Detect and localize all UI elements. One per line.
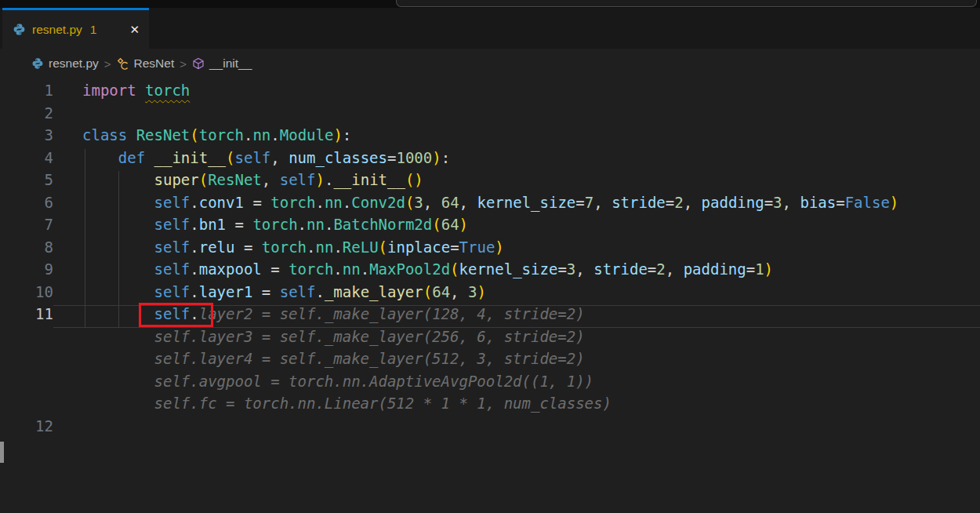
code-row[interactable]: 5 super(ResNet, self).__init__() xyxy=(0,171,980,194)
breadcrumb-method-label: __init__ xyxy=(209,56,252,71)
chevron-right-icon: > xyxy=(180,57,187,71)
breadcrumb-method[interactable]: __init__ xyxy=(192,56,252,71)
code-text: self.fc = torch.nn.Linear(512 * 1 * 1, n… xyxy=(53,395,980,417)
code-text: super(ResNet, self).__init__() xyxy=(53,171,980,194)
code-text xyxy=(53,417,980,440)
tab-problems-badge: 1 xyxy=(90,23,97,37)
code-text: self.avgpool = torch.nn.AdaptiveAvgPool2… xyxy=(53,373,980,395)
code-row[interactable]: 3class ResNet(torch.nn.Module): xyxy=(0,126,980,149)
tab-bar: resnet.py 1 ✕ xyxy=(0,8,980,49)
code-lines: 1import torch23class ResNet(torch.nn.Mod… xyxy=(0,82,980,439)
scrollbar-sliver[interactable] xyxy=(0,442,4,463)
line-number[interactable]: 11 xyxy=(0,305,53,328)
line-number[interactable]: 6 xyxy=(0,194,53,216)
tab-resnet-py[interactable]: resnet.py 1 ✕ xyxy=(2,8,149,49)
code-row[interactable]: 6 self.conv1 = torch.nn.Conv2d(3, 64, ke… xyxy=(0,194,980,216)
breadcrumb-class-label: ResNet xyxy=(134,56,175,71)
breadcrumb-file-label: resnet.py xyxy=(49,56,99,71)
code-text: class ResNet(torch.nn.Module): xyxy=(53,126,980,149)
code-text: self.layer1 = self._make_layer(64, 3) xyxy=(53,283,980,306)
line-number[interactable]: 2 xyxy=(0,104,53,127)
line-number[interactable]: 3 xyxy=(0,126,53,149)
breadcrumb-file[interactable]: resnet.py xyxy=(31,56,99,71)
quick-input-remnant xyxy=(396,0,977,7)
code-text: self.relu = torch.nn.ReLU(inplace=True) xyxy=(53,238,980,261)
code-text: self.layer4 = self._make_layer(512, 3, s… xyxy=(53,350,980,373)
code-row[interactable]: 9 self.maxpool = torch.nn.MaxPool2d(kern… xyxy=(0,260,980,283)
code-text: import torch xyxy=(53,82,980,104)
python-icon xyxy=(31,57,44,70)
code-text: self.bn1 = torch.nn.BatchNorm2d(64) xyxy=(53,216,980,238)
indent-guide xyxy=(85,149,85,328)
code-text: def __init__(self, num_classes=1000): xyxy=(53,149,980,172)
line-number[interactable]: 7 xyxy=(0,216,53,238)
line-number[interactable] xyxy=(0,395,53,417)
chevron-right-icon: > xyxy=(104,57,111,71)
line-number[interactable] xyxy=(0,328,53,351)
line-number[interactable] xyxy=(0,350,53,373)
code-row[interactable]: self.layer4 = self._make_layer(512, 3, s… xyxy=(0,350,980,373)
line-number[interactable]: 8 xyxy=(0,238,53,261)
code-editor[interactable]: 1import torch23class ResNet(torch.nn.Mod… xyxy=(0,78,980,439)
code-text: self.layer2 = self._make_layer(128, 4, s… xyxy=(53,305,980,328)
line-number[interactable]: 10 xyxy=(0,283,53,306)
python-icon xyxy=(13,23,26,36)
line-number[interactable] xyxy=(0,373,53,395)
method-icon xyxy=(192,57,205,70)
line-number[interactable]: 5 xyxy=(0,171,53,194)
code-row[interactable]: 8 self.relu = torch.nn.ReLU(inplace=True… xyxy=(0,238,980,261)
line-number[interactable]: 12 xyxy=(0,417,53,440)
code-row[interactable]: 12 xyxy=(0,417,980,440)
code-row[interactable]: 1import torch xyxy=(0,82,980,104)
code-row[interactable]: self.avgpool = torch.nn.AdaptiveAvgPool2… xyxy=(0,373,980,395)
close-icon[interactable]: ✕ xyxy=(126,21,143,38)
line-number[interactable]: 4 xyxy=(0,149,53,172)
code-row[interactable]: self.layer3 = self._make_layer(256, 6, s… xyxy=(0,328,980,351)
code-text: self.maxpool = torch.nn.MaxPool2d(kernel… xyxy=(53,260,980,283)
line-number[interactable]: 1 xyxy=(0,82,53,104)
code-text xyxy=(53,104,980,127)
class-icon xyxy=(117,57,129,70)
code-row[interactable]: 2 xyxy=(0,104,980,127)
line-number[interactable]: 9 xyxy=(0,260,53,283)
indent-guide xyxy=(118,171,119,328)
code-row[interactable]: 11 self.layer2 = self._make_layer(128, 4… xyxy=(0,305,980,328)
code-row[interactable]: 4 def __init__(self, num_classes=1000): xyxy=(0,149,980,172)
vscode-window: resnet.py 1 ✕ resnet.py > xyxy=(0,0,980,513)
breadcrumb: resnet.py > ResNet > __init__ xyxy=(0,49,980,78)
code-text: self.layer3 = self._make_layer(256, 6, s… xyxy=(53,328,980,351)
tab-filename: resnet.py xyxy=(32,23,82,37)
code-row[interactable]: 10 self.layer1 = self._make_layer(64, 3) xyxy=(0,283,980,306)
code-text: self.conv1 = torch.nn.Conv2d(3, 64, kern… xyxy=(53,194,980,216)
breadcrumb-class[interactable]: ResNet xyxy=(117,56,175,71)
code-row[interactable]: 7 self.bn1 = torch.nn.BatchNorm2d(64) xyxy=(0,216,980,238)
code-row[interactable]: self.fc = torch.nn.Linear(512 * 1 * 1, n… xyxy=(0,395,980,417)
